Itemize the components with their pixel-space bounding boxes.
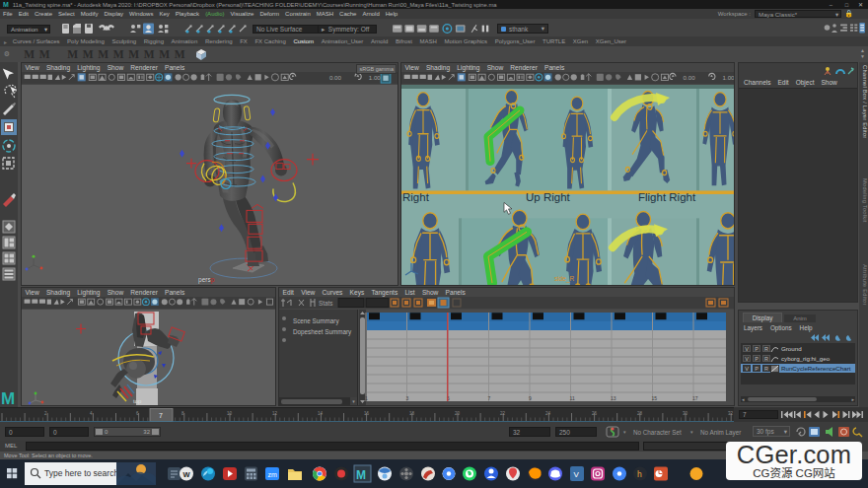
svg-text:1: 1 (365, 395, 368, 401)
svg-text:14: 14 (318, 411, 324, 416)
svg-text:3: 3 (406, 395, 409, 401)
svg-text:32: 32 (728, 411, 734, 416)
svg-text:M: M (1, 389, 15, 407)
svg-text:20: 20 (455, 411, 461, 416)
svg-text:19: 19 (734, 395, 735, 401)
svg-text:1.00: 1.00 (369, 74, 382, 81)
svg-text:top: top (133, 398, 142, 404)
svg-text:0.00: 0.00 (329, 74, 342, 81)
svg-text:7: 7 (159, 412, 163, 419)
svg-text:Right: Right (402, 191, 430, 203)
svg-text:h: h (637, 469, 642, 479)
svg-text:9: 9 (529, 395, 532, 401)
svg-text:Stats: Stats (319, 300, 332, 307)
svg-text:V: V (574, 470, 580, 479)
svg-text:17: 17 (692, 395, 698, 401)
svg-text:11: 11 (570, 395, 575, 401)
svg-text:13: 13 (611, 395, 616, 401)
svg-text:0.00: 0.00 (684, 74, 696, 81)
svg-text:side_R: side_R (554, 275, 575, 283)
svg-text:24: 24 (545, 411, 551, 416)
svg-text:22: 22 (500, 411, 506, 416)
svg-text:1.00: 1.00 (722, 74, 734, 81)
svg-text:30: 30 (683, 411, 688, 416)
svg-text:12: 12 (272, 411, 278, 416)
svg-text:10: 10 (227, 411, 233, 416)
svg-text:7: 7 (488, 395, 491, 401)
svg-text:M: M (356, 468, 366, 482)
svg-text:zm: zm (268, 471, 278, 478)
svg-text:28: 28 (637, 411, 643, 416)
svg-text:16: 16 (364, 411, 370, 416)
svg-text:26: 26 (592, 411, 598, 416)
svg-text:Type here to search: Type here to search (44, 468, 118, 478)
svg-text:Up Right: Up Right (526, 191, 571, 203)
svg-text:18: 18 (409, 411, 415, 416)
svg-text:15: 15 (652, 395, 658, 401)
svg-text:Flight Right: Flight Right (638, 191, 696, 203)
svg-text:W: W (183, 470, 191, 479)
